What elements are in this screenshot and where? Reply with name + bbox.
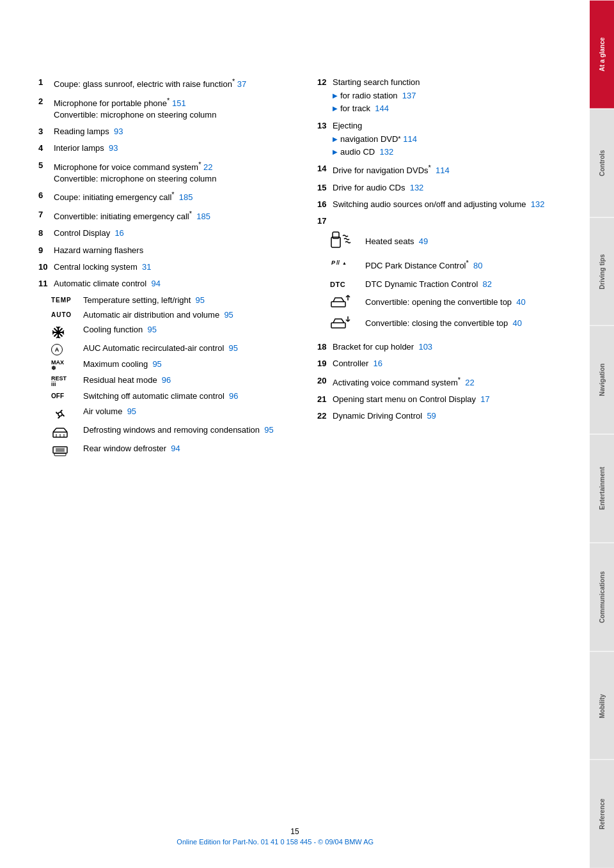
item-number: 12 xyxy=(317,77,333,115)
list-item: 18 Bracket for cup holder 103 xyxy=(317,341,571,353)
page-container: 1 Coupe: glass sunroof, electric with ra… xyxy=(0,0,614,868)
sidebar-tab-driving-tips[interactable]: Driving tips xyxy=(590,217,614,326)
list-item: 19 Controller 16 xyxy=(317,358,571,369)
item-content: Interior lamps 93 xyxy=(54,143,292,154)
item-content: Convertible: initiating emergency call* … xyxy=(54,209,292,223)
triangle-icon: ▶ xyxy=(333,148,338,157)
dtc-icon: DTC xyxy=(330,279,365,290)
snowflake-icon xyxy=(51,325,65,339)
air-volume-icon xyxy=(51,406,83,421)
list-item: 3 Reading lamps 93 xyxy=(38,126,292,137)
item-number: 3 xyxy=(38,126,54,137)
svg-rect-34 xyxy=(331,323,345,328)
item-content: Bracket for cup holder 103 xyxy=(333,341,571,353)
convertible-open-row: Convertible: opening the convertible top… xyxy=(330,294,571,311)
item-content: Ejecting ▶ navigation DVD* 114 ▶ audio C… xyxy=(333,120,571,159)
item-number: 18 xyxy=(317,341,333,353)
pdc-label: PDC Park Distance Control* 80 xyxy=(365,258,571,272)
svg-rect-30 xyxy=(331,302,345,307)
item-content: Control Display 16 xyxy=(54,228,292,239)
climate-item-content: Maximum cooling 95 xyxy=(83,359,292,371)
sidebar-tab-entertainment[interactable]: Entertainment xyxy=(590,434,614,543)
sidebar-tab-at-a-glance[interactable]: At a glance xyxy=(590,0,614,109)
item-content: Hazard warning flashers xyxy=(54,245,292,256)
heated-seats-row: Heated seats 49 xyxy=(330,231,571,252)
sidebar-tab-mobility[interactable]: Mobility xyxy=(590,651,614,760)
convertible-close-icon xyxy=(330,315,365,332)
page-number: 15 xyxy=(290,827,299,836)
climate-sub-item: Cooling function 95 xyxy=(51,324,292,339)
dtc-label: DTC Dynamic Traction Control 82 xyxy=(365,279,571,290)
auc-icon: A xyxy=(51,343,83,355)
item-content: Activating voice command system* 22 xyxy=(333,375,571,389)
item-content: Opening start menu on Control Display 17 xyxy=(333,394,571,405)
svg-line-16 xyxy=(64,428,67,432)
convertible-close-row: Convertible: closing the convertible top… xyxy=(330,315,571,332)
list-item: 15 Drive for audio CDs 132 xyxy=(317,182,571,194)
list-item: 10 Central locking system 31 xyxy=(38,261,292,273)
triangle-icon: ▶ xyxy=(333,104,338,113)
climate-sub-item: AUTO Automatic air distribution and volu… xyxy=(51,309,292,321)
climate-item-content: AUC Automatic recirculated-air control 9… xyxy=(83,343,292,355)
list-item-17: 17 xyxy=(317,215,571,336)
defrost-front-icon xyxy=(51,424,83,440)
pdc-row: P // ▲ PDC Park Distance Control* 80 xyxy=(330,256,571,274)
left-column: 1 Coupe: glass sunroof, electric with ra… xyxy=(38,77,292,461)
item-number: 20 xyxy=(317,375,333,389)
list-item: 21 Opening start menu on Control Display… xyxy=(317,394,571,405)
item-content: Drive for navigation DVDs* 114 xyxy=(333,163,571,177)
list-item: 13 Ejecting ▶ navigation DVD* 114 ▶ audi… xyxy=(317,120,571,159)
sidebar-tab-controls[interactable]: Controls xyxy=(590,109,614,217)
item-content: Central locking system 31 xyxy=(54,261,292,273)
convertible-open-icon xyxy=(330,294,365,311)
heated-seats-label: Heated seats 49 xyxy=(365,236,571,247)
item-content: Reading lamps 93 xyxy=(54,126,292,137)
svg-text:▲: ▲ xyxy=(342,261,347,265)
climate-item-content: Switching off automatic climate control … xyxy=(83,391,292,402)
climate-sub-item: RESTііі Residual heat mode 96 xyxy=(51,375,292,387)
climate-sub-item: A AUC Automatic recirculated-air control… xyxy=(51,343,292,355)
convertible-close-label: Convertible: closing the convertible top… xyxy=(365,318,571,329)
svg-point-12 xyxy=(58,412,62,416)
climate-item-content: Defrosting windows and removing condensa… xyxy=(83,424,292,440)
item-number: 15 xyxy=(317,182,333,194)
temp-icon: TEMP xyxy=(51,295,83,306)
list-item: 12 Starting search function ▶ for radio … xyxy=(317,77,571,115)
off-icon: OFF xyxy=(51,391,83,402)
sidebar-tab-navigation[interactable]: Navigation xyxy=(590,325,614,434)
item-content: Dynamic Driving Control 59 xyxy=(333,410,571,422)
svg-text:P: P xyxy=(331,260,336,266)
item-number: 6 xyxy=(38,190,54,204)
climate-item-content: Temperature setting, left/right 95 xyxy=(83,295,292,306)
item-content: Microphone for portable phone* 151 Conve… xyxy=(54,96,292,121)
sidebar-tab-reference[interactable]: Reference xyxy=(590,759,614,868)
climate-sub-item: Rear window defroster 94 xyxy=(51,443,292,458)
item-content: Microphone for voice command system* 22 … xyxy=(54,160,292,185)
list-item: 8 Control Display 16 xyxy=(38,228,292,239)
list-item: 2 Microphone for portable phone* 151 Con… xyxy=(38,96,292,121)
list-item: 14 Drive for navigation DVDs* 114 xyxy=(317,163,571,177)
item-content: Starting search function ▶ for radio sta… xyxy=(333,77,571,115)
item-number: 14 xyxy=(317,163,333,177)
list-item: 5 Microphone for voice command system* 2… xyxy=(38,160,292,185)
rest-icon: RESTііі xyxy=(51,375,83,387)
climate-sub-item: TEMP Temperature setting, left/right 95 xyxy=(51,295,292,306)
item-content: Controller 16 xyxy=(333,358,571,369)
list-item: 4 Interior lamps 93 xyxy=(38,143,292,154)
climate-sub-item: Air volume 95 xyxy=(51,406,292,421)
item-number: 1 xyxy=(38,77,54,91)
item-content: Switching audio sources on/off and adjus… xyxy=(333,199,571,210)
list-item: 7 Convertible: initiating emergency call… xyxy=(38,209,292,223)
item-number: 13 xyxy=(317,120,333,159)
list-item: 16 Switching audio sources on/off and ad… xyxy=(317,199,571,210)
triangle-icon: ▶ xyxy=(333,91,338,100)
right-sidebar: At a glance Controls Driving tips Naviga… xyxy=(590,0,614,868)
item-content: Drive for audio CDs 132 xyxy=(333,182,571,194)
two-column-layout: 1 Coupe: glass sunroof, electric with ra… xyxy=(38,77,571,461)
list-item: 9 Hazard warning flashers xyxy=(38,245,292,256)
climate-item-content: Residual heat mode 96 xyxy=(83,375,292,387)
item-number: 16 xyxy=(317,199,333,210)
footer-text: Online Edition for Part-No. 01 41 0 158 … xyxy=(177,838,374,846)
sidebar-tab-communications[interactable]: Communications xyxy=(590,543,614,651)
right-column: 12 Starting search function ▶ for radio … xyxy=(317,77,571,461)
